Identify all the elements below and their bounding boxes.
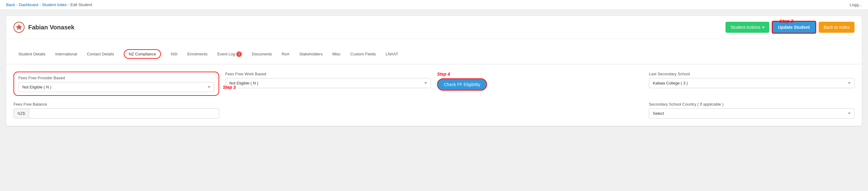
fees-free-work-select[interactable]: Not Eligible ( N ) Eligible Unknown <box>225 78 431 88</box>
sep2: › <box>39 2 41 7</box>
fees-free-balance-group: Fees Free Balance NZ$ <box>13 102 219 118</box>
tab-bar: Student Details International Contact De… <box>6 45 862 64</box>
step3-annotation: Step 3 <box>223 85 236 90</box>
dropdown-icon: ▾ <box>762 25 765 30</box>
svg-point-1 <box>18 26 20 29</box>
fees-free-provider-label: Fees Free Provider Based <box>19 76 65 80</box>
last-secondary-school-label: Last Secondary School <box>649 72 855 76</box>
student-actions-label: Student Actions <box>731 25 760 30</box>
user-menu: Logg... <box>849 2 862 7</box>
tab-event-log[interactable]: Event Log 2 <box>212 47 247 62</box>
event-log-badge: 2 <box>236 51 242 57</box>
breadcrumb-dashboard[interactable]: Dashboard <box>19 2 38 7</box>
last-secondary-school-group: Last Secondary School Kaitaia College ( … <box>649 72 855 88</box>
tab-enrolments[interactable]: Enrolments <box>182 47 212 62</box>
check-ff-eligibility-button[interactable]: Check FF Eligibility <box>437 78 487 90</box>
step2-annotation: Step 2 <box>779 18 793 24</box>
breadcrumb-edit-student: Edit Student <box>70 2 92 7</box>
back-to-index-button[interactable]: Back to Index <box>819 22 855 33</box>
breadcrumb-student-index[interactable]: Student Index <box>42 2 66 7</box>
fees-free-work-label: Fees Free Work Based <box>225 72 431 76</box>
sep3: › <box>68 2 69 7</box>
breadcrumb-back[interactable]: Back <box>6 2 15 7</box>
student-logo-icon <box>13 22 25 33</box>
tab-misc[interactable]: Misc <box>327 47 345 62</box>
tab-roa[interactable]: RoA <box>277 47 294 62</box>
tab-contact-details[interactable]: Contact Details <box>82 47 119 62</box>
secondary-school-country-group: Secondary School Country ( If applicable… <box>649 102 855 118</box>
tab-international[interactable]: International <box>50 47 82 62</box>
check-ff-group: Step 4 Check FF Eligibility <box>437 72 643 91</box>
update-student-button[interactable]: Update Student <box>772 21 816 34</box>
tab-stakeholders[interactable]: Stakeholders <box>294 47 328 62</box>
tab-documents[interactable]: Documents <box>247 47 277 62</box>
last-secondary-school-select[interactable]: Kaitaia College ( 3 ) Other <box>649 78 855 88</box>
tab-custom-fields[interactable]: Custom Fields <box>345 47 381 62</box>
secondary-school-country-label: Secondary School Country ( If applicable… <box>649 102 855 107</box>
fees-free-provider-group: Fees Free Provider Based Not Eligible ( … <box>13 72 219 96</box>
currency-prefix: NZ$ <box>14 109 29 118</box>
breadcrumb: Back › Dashboard › Student Index › Edit … <box>6 2 92 7</box>
top-bar: Back › Dashboard › Student Index › Edit … <box>0 0 868 10</box>
tab-student-details[interactable]: Student Details <box>13 47 50 62</box>
fees-free-balance-label: Fees Free Balance <box>13 102 219 107</box>
secondary-school-country-select[interactable]: Select <box>649 108 855 118</box>
step4-annotation: Step 4 <box>437 72 450 77</box>
fees-free-balance-input[interactable] <box>29 109 219 118</box>
student-name: Fabian Vonasek <box>28 24 74 31</box>
fees-free-work-group: Fees Free Work Based Not Eligible ( N ) … <box>225 72 431 88</box>
sep1: › <box>16 2 18 7</box>
tab-lnaat[interactable]: LNAAT <box>381 47 403 62</box>
tab-nsi[interactable]: NSI <box>166 47 182 62</box>
student-actions-button[interactable]: Student Actions ▾ <box>725 22 769 33</box>
tab-nz-compliance[interactable]: Step 1 NZ Compliance <box>119 45 166 64</box>
fees-free-provider-select[interactable]: Not Eligible ( N ) Eligible Unknown <box>19 82 214 92</box>
